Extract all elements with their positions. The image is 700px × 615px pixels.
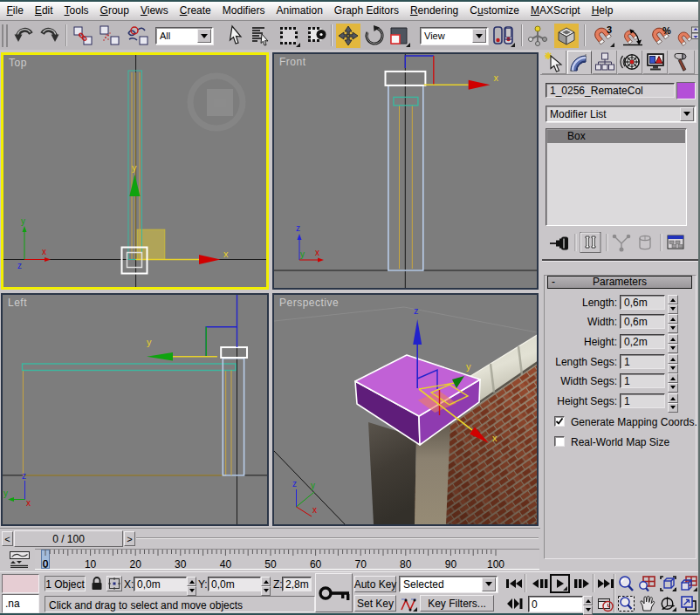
track-bar-ruler[interactable]: 0 0102030405060708090100 [35,549,539,570]
time-configuration-button[interactable] [597,597,614,612]
coord-system-combo[interactable]: View [420,27,488,44]
select-and-manipulate-button[interactable] [525,24,550,48]
menu-views[interactable]: Views [134,3,174,18]
coord-system-dropdown-button[interactable] [472,29,486,43]
viewport-top-label[interactable]: Top [9,57,27,69]
spinner-down-button[interactable] [668,403,678,413]
current-frame-spinner[interactable] [583,596,593,612]
menu-maxscript[interactable]: MAXScript [525,3,587,18]
spinner-up-button[interactable] [261,577,271,586]
window-crossing-button[interactable] [305,24,329,48]
selection-lock-toggle[interactable] [90,576,104,591]
keyboard-shortcut-override-button[interactable] [554,24,579,48]
viewport-front[interactable]: x z x y Front [272,52,539,290]
menu-customize[interactable]: Customize [464,3,525,18]
selection-filter-dropdown-button[interactable] [197,29,211,43]
spinner-down-button[interactable] [583,605,593,615]
menu-edit[interactable]: Edit [29,3,58,18]
tab-modify[interactable] [567,51,592,74]
menu-graph-editors[interactable]: Graph Editors [328,3,404,18]
param-width-spinner[interactable] [668,314,678,329]
y-coord-field[interactable]: 0,0m [208,577,261,591]
spinner-up-button[interactable] [187,577,196,586]
tab-display[interactable] [643,51,668,74]
undo-button[interactable] [12,24,37,48]
spinner-down-button[interactable] [261,586,271,596]
maxscript-mini-listener[interactable]: .na [2,594,39,613]
set-keys-button[interactable] [315,573,353,612]
spinner-snap-button[interactable] [676,24,700,48]
key-filters-button[interactable]: Key Filters... [420,595,494,612]
z-coord-field[interactable]: 2,8m [282,577,312,591]
parameters-rollout-header[interactable]: -Parameters [547,276,692,289]
viewport-left[interactable]: y z y x Left [1,293,269,526]
spinner-up-button[interactable] [668,373,678,383]
time-slider-next-button[interactable]: > [124,531,135,546]
param-height-segs-spinner[interactable] [668,393,678,408]
tab-utilities[interactable] [669,51,695,74]
pan-button[interactable] [638,595,656,612]
zoom-all-button[interactable] [638,575,656,592]
x-coord-field[interactable]: 0,0m [134,577,187,591]
select-and-link-button[interactable] [71,24,95,48]
menu-group[interactable]: Group [94,3,134,18]
menu-rendering[interactable]: Rendering [404,3,463,18]
param-height-spinner[interactable] [668,334,678,349]
modifier-list-combo[interactable]: Modifier List [546,106,696,122]
param-length-field[interactable]: 0,6m [620,295,665,310]
bind-to-space-warp-button[interactable] [126,24,150,48]
viewport-top[interactable]: x y y x z Top [1,52,269,290]
param-height-field[interactable]: 0,2m [620,334,665,349]
param-length-spinner[interactable] [668,295,678,310]
use-pivot-point-center-button[interactable] [491,24,516,48]
key-mode-toggle-button[interactable] [504,597,524,611]
spinner-up-button[interactable] [583,596,593,605]
spinner-up-button[interactable] [668,334,678,344]
go-to-start-button[interactable] [504,576,524,591]
spinner-down-button[interactable] [668,324,678,333]
zoom-extents-all-button[interactable] [680,575,698,592]
select-and-scale-button[interactable] [387,24,411,48]
redo-button[interactable] [37,24,61,48]
param-width-segs-spinner[interactable] [668,373,678,388]
real-world-map-size-checkbox[interactable] [554,436,565,447]
set-key-button[interactable]: Set Key [354,595,396,612]
object-name-field[interactable]: 1_0256_RemateCol [546,83,675,98]
region-zoom-button[interactable] [617,595,635,612]
spinner-down-button[interactable] [668,344,678,353]
object-color-swatch[interactable] [676,82,696,99]
param-width-segs-field[interactable]: 1 [620,373,665,388]
select-object-button[interactable] [223,24,248,48]
x-coord-spinner[interactable] [187,577,196,591]
spinner-up-button[interactable] [668,393,678,403]
y-coord-spinner[interactable] [261,577,271,591]
spinner-down-button[interactable] [668,383,678,393]
default-tangents-button[interactable] [400,596,418,612]
viewport-left-label[interactable]: Left [8,297,27,309]
menu-tools[interactable]: Tools [58,3,94,18]
time-slider-handle[interactable]: 0 / 100 [14,530,123,547]
spinner-down-button[interactable] [187,586,196,596]
param-width-field[interactable]: 0,6m [620,314,665,329]
angle-snap-button[interactable] [621,24,645,48]
absolute-mode-transform-button[interactable] [106,576,122,591]
current-frame-field[interactable]: 0 [528,596,583,612]
anim-mode-combo[interactable]: Selected [399,576,498,592]
auto-key-button[interactable]: Auto Key [354,576,396,592]
select-and-move-button[interactable] [336,24,360,48]
stack-item-box[interactable]: Box [547,130,685,143]
time-slider-prev-button[interactable]: < [2,531,13,546]
maxscript-mini-listener-pink[interactable] [2,574,39,593]
toolbar-grip[interactable] [2,24,8,47]
go-to-end-button[interactable] [596,576,615,591]
arc-rotate-button[interactable] [659,595,677,612]
play-animation-button[interactable] [550,574,570,593]
snaps-toggle-button[interactable]: 3 [591,24,615,48]
modifier-list-dropdown-button[interactable] [680,107,694,121]
previous-frame-button[interactable] [530,576,549,591]
tab-create[interactable] [542,51,566,74]
spinner-down-button[interactable] [668,364,678,373]
menu-file[interactable]: File [1,3,29,18]
viewport-front-label[interactable]: Front [279,56,306,68]
viewport-perspective-label[interactable]: Perspective [279,297,339,309]
